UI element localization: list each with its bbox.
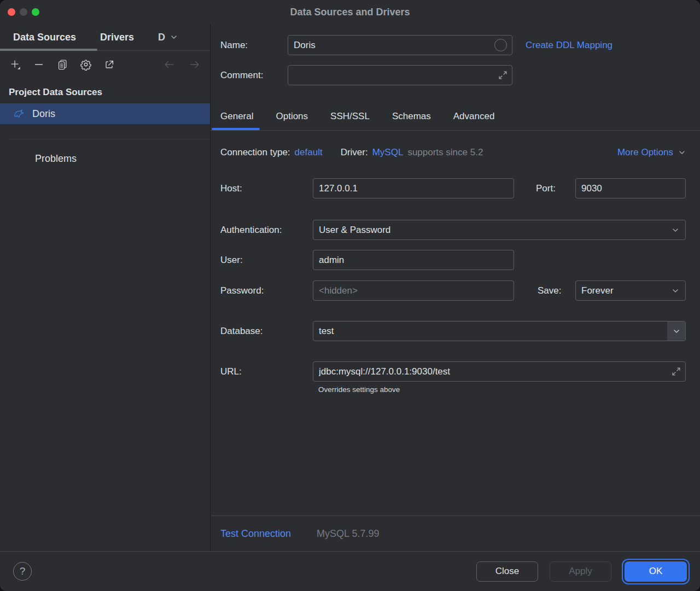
url-input[interactable]	[313, 361, 686, 382]
test-connection-link[interactable]: Test Connection	[220, 528, 291, 540]
save-value: Forever	[581, 285, 614, 296]
url-hint: Overrides settings above	[318, 385, 700, 394]
tab-overflow-chevron-icon[interactable]	[170, 33, 178, 42]
expand-url-icon[interactable]	[672, 367, 681, 376]
project-data-sources-header: Project Data Sources	[9, 87, 210, 98]
data-sources-dialog: Data Sources and Drivers Data Sources Dr…	[0, 0, 700, 591]
close-button[interactable]: Close	[476, 561, 538, 582]
driver-value-link[interactable]: MySQL	[372, 147, 404, 158]
ok-button[interactable]: OK	[625, 561, 687, 582]
save-chevron-icon	[671, 286, 680, 295]
driver-label: Driver:	[341, 147, 368, 158]
database-label: Database:	[220, 326, 313, 337]
port-label: Port:	[536, 183, 575, 194]
tab-ssh-ssl[interactable]: SSH/SSL	[325, 103, 375, 130]
tab-drivers[interactable]: Drivers	[100, 32, 134, 43]
tab-schemas[interactable]: Schemas	[387, 103, 436, 130]
question-mark-icon: ?	[20, 565, 26, 577]
window-title: Data Sources and Drivers	[290, 7, 410, 18]
title-bar: Data Sources and Drivers	[0, 0, 700, 24]
open-in-editor-icon[interactable]	[103, 58, 116, 71]
data-source-details-panel: Name: Create DDL Mapping Comment:	[211, 24, 700, 551]
remove-icon[interactable]	[32, 58, 45, 71]
port-input[interactable]	[575, 178, 686, 198]
dialog-button-bar: ? Close Apply OK	[0, 551, 700, 591]
duplicate-icon[interactable]	[56, 58, 69, 71]
password-input[interactable]	[313, 280, 514, 301]
user-input[interactable]	[313, 250, 514, 270]
settings-gear-icon[interactable]	[79, 58, 92, 71]
name-status-circle-icon	[494, 39, 507, 51]
name-input[interactable]	[288, 35, 512, 55]
database-value: test	[319, 326, 334, 337]
zoom-window-button[interactable]	[32, 8, 39, 16]
driver-version: MySQL 5.7.99	[317, 528, 379, 540]
sidebar-tab-strip: Data Sources Drivers D	[0, 24, 210, 51]
connection-type-value-link[interactable]: default	[295, 147, 323, 158]
minimize-window-button[interactable]	[20, 8, 27, 16]
tab-advanced[interactable]: Advanced	[448, 103, 500, 130]
tab-ddl-mappings-truncated[interactable]: D	[158, 32, 165, 43]
connection-type-label: Connection type:	[220, 147, 290, 158]
problems-section[interactable]: Problems	[0, 153, 210, 165]
help-button[interactable]: ?	[13, 562, 32, 581]
expand-comment-icon[interactable]	[498, 71, 508, 80]
sidebar-toolbar	[0, 51, 210, 78]
authentication-label: Authentication:	[220, 225, 313, 236]
add-icon[interactable]	[9, 58, 22, 71]
back-arrow-icon[interactable]	[162, 58, 176, 71]
host-input[interactable]	[313, 178, 514, 198]
more-options-chevron-icon[interactable]	[678, 148, 686, 157]
tab-general[interactable]: General	[215, 103, 258, 130]
more-options-link[interactable]: More Options	[617, 147, 673, 158]
create-ddl-mapping-link[interactable]: Create DDL Mapping	[526, 40, 612, 51]
tab-data-sources[interactable]: Data Sources	[13, 32, 76, 43]
active-tab-underline	[0, 49, 97, 51]
close-window-button[interactable]	[8, 8, 15, 16]
apply-button[interactable]: Apply	[550, 561, 611, 582]
authentication-chevron-icon	[671, 226, 680, 235]
comment-label: Comment:	[220, 70, 288, 81]
password-label: Password:	[220, 285, 313, 296]
user-label: User:	[220, 255, 313, 266]
forward-arrow-icon[interactable]	[188, 58, 201, 71]
database-dropdown-button[interactable]	[667, 321, 685, 341]
sidebar: Data Sources Drivers D	[0, 24, 211, 551]
data-source-item-label: Doris	[32, 108, 55, 120]
url-label: URL:	[220, 366, 313, 377]
data-source-item-doris[interactable]: Doris	[0, 103, 210, 124]
database-combobox[interactable]: test	[313, 321, 686, 341]
driver-note: supports since 5.2	[407, 147, 483, 158]
authentication-value: User & Password	[319, 225, 390, 236]
mysql-dolphin-icon	[13, 108, 25, 120]
save-label: Save:	[538, 285, 575, 296]
save-select[interactable]: Forever	[575, 280, 686, 301]
details-tab-strip: General Options SSH/SSL Schemas Advanced	[211, 103, 700, 131]
sidebar-divider	[9, 139, 210, 139]
tab-options[interactable]: Options	[271, 103, 313, 130]
traffic-lights	[8, 8, 39, 16]
authentication-select[interactable]: User & Password	[313, 220, 686, 240]
comment-input[interactable]	[288, 65, 512, 85]
host-label: Host:	[220, 183, 313, 194]
name-label: Name:	[220, 40, 288, 51]
